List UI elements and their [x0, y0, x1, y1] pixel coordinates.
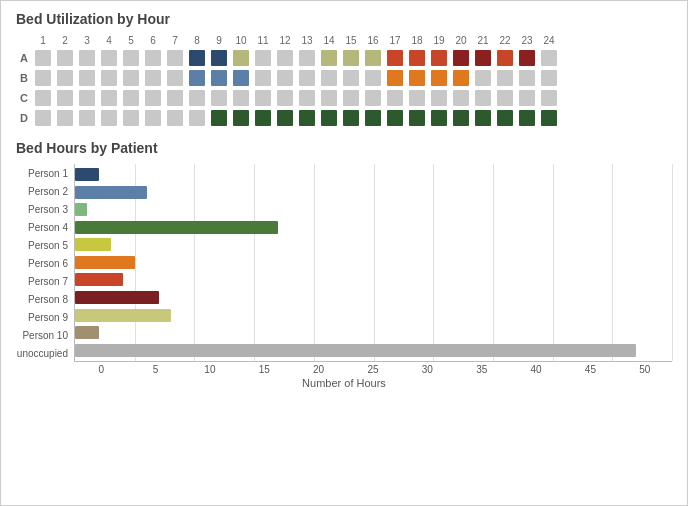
- hour-header: 21: [472, 35, 494, 46]
- bar-row: [75, 272, 672, 288]
- bed-cell: [299, 90, 315, 106]
- bed-cell: [519, 70, 535, 86]
- bed-cell: [475, 70, 491, 86]
- bed-cell: [57, 70, 73, 86]
- bed-row-label: B: [16, 68, 32, 88]
- bed-cell: [233, 50, 249, 66]
- bed-cell: [343, 50, 359, 66]
- bed-cell: [35, 70, 51, 86]
- bar-row: [75, 167, 672, 183]
- bed-cell: [365, 90, 381, 106]
- bar-row: [75, 184, 672, 200]
- bar-row: [75, 219, 672, 235]
- bed-cell: [35, 90, 51, 106]
- bed-cell: [167, 50, 183, 66]
- bed-cell: [123, 70, 139, 86]
- bed-cell: [497, 70, 513, 86]
- y-axis-label: Person 8: [16, 290, 68, 308]
- bed-cell: [145, 70, 161, 86]
- bed-cell: [233, 70, 249, 86]
- bed-cell: [387, 110, 403, 126]
- bar-row: [75, 237, 672, 253]
- x-axis-label: 0: [74, 364, 128, 375]
- bed-cell: [475, 110, 491, 126]
- y-axis-label: Person 2: [16, 182, 68, 200]
- bed-cell: [211, 90, 227, 106]
- bed-cell: [79, 90, 95, 106]
- bar: [75, 291, 159, 304]
- bed-cell: [101, 70, 117, 86]
- bed-cell: [101, 110, 117, 126]
- bar: [75, 326, 99, 339]
- bed-cell: [343, 90, 359, 106]
- bed-row-label: C: [16, 88, 32, 108]
- hour-header: 3: [76, 35, 98, 46]
- bed-cell: [453, 70, 469, 86]
- x-axis-label: 50: [618, 364, 672, 375]
- bed-cell: [189, 110, 205, 126]
- bar: [75, 273, 123, 286]
- bed-row-a: A: [16, 48, 672, 68]
- hour-header: 2: [54, 35, 76, 46]
- bed-cell: [255, 50, 271, 66]
- bed-cell: [343, 110, 359, 126]
- bed-cell: [431, 110, 447, 126]
- hour-header: 8: [186, 35, 208, 46]
- x-axis-title: Number of Hours: [16, 377, 672, 389]
- bed-cell: [387, 70, 403, 86]
- bar: [75, 309, 171, 322]
- bed-cell: [431, 50, 447, 66]
- bed-cell: [387, 90, 403, 106]
- bed-row-b: B: [16, 68, 672, 88]
- bed-cell: [299, 110, 315, 126]
- x-axis-label: 10: [183, 364, 237, 375]
- bar: [75, 186, 147, 199]
- bed-cell: [123, 90, 139, 106]
- x-axis-label: 5: [128, 364, 182, 375]
- y-axis-label: unoccupied: [16, 344, 68, 362]
- bed-cell: [277, 90, 293, 106]
- bed-cell: [233, 110, 249, 126]
- bed-cell: [497, 50, 513, 66]
- x-axis-label: 45: [563, 364, 617, 375]
- bar-chart-container: Person 1Person 2Person 3Person 4Person 5…: [16, 164, 672, 389]
- x-axis-label: 40: [509, 364, 563, 375]
- hour-header: 12: [274, 35, 296, 46]
- bed-cell: [167, 90, 183, 106]
- bed-cell: [365, 70, 381, 86]
- hour-header: 24: [538, 35, 560, 46]
- bed-cell: [79, 70, 95, 86]
- bed-row-label: A: [16, 48, 32, 68]
- x-axis-label: 25: [346, 364, 400, 375]
- bar-row: [75, 254, 672, 270]
- bed-cell: [541, 70, 557, 86]
- bed-cell: [497, 90, 513, 106]
- bed-cell: [255, 110, 271, 126]
- hour-header: 6: [142, 35, 164, 46]
- bed-cell: [57, 50, 73, 66]
- bed-cell: [57, 90, 73, 106]
- y-axis-label: Person 7: [16, 272, 68, 290]
- hour-header: 13: [296, 35, 318, 46]
- bed-cell: [145, 90, 161, 106]
- grid-line: [672, 164, 673, 361]
- bed-cell: [277, 50, 293, 66]
- y-axis-labels: Person 1Person 2Person 3Person 4Person 5…: [16, 164, 74, 362]
- bar: [75, 344, 636, 357]
- hour-header: 4: [98, 35, 120, 46]
- y-axis-label: Person 4: [16, 218, 68, 236]
- bar-chart-inner: Person 1Person 2Person 3Person 4Person 5…: [16, 164, 672, 362]
- y-axis-label: Person 6: [16, 254, 68, 272]
- hour-header: 7: [164, 35, 186, 46]
- bed-cell: [79, 50, 95, 66]
- y-axis-label: Person 1: [16, 164, 68, 182]
- bed-cell: [189, 70, 205, 86]
- hour-header: 20: [450, 35, 472, 46]
- bar: [75, 238, 111, 251]
- bed-cell: [431, 70, 447, 86]
- bed-cell: [255, 70, 271, 86]
- bed-cell: [475, 50, 491, 66]
- bed-cell: [453, 110, 469, 126]
- hour-header: 11: [252, 35, 274, 46]
- bed-cell: [343, 70, 359, 86]
